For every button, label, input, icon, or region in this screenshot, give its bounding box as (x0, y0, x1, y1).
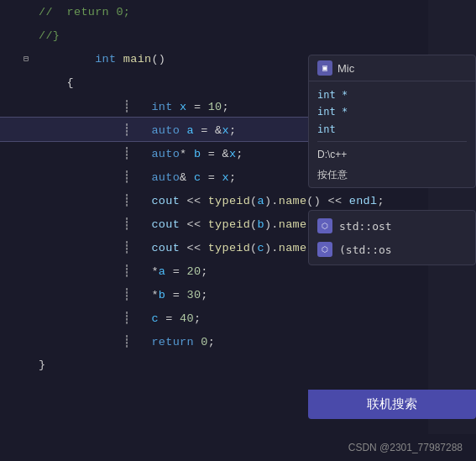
popup-line-2: int * (317, 103, 467, 120)
footer: CSDN @2301_77987288 (0, 434, 476, 461)
fold-icon[interactable]: ⊟ (24, 54, 29, 64)
code-text: // return 0; (32, 6, 130, 18)
popup-panel: ▣ Mic int * int * int D:\c++ 按任意 (308, 55, 476, 188)
popup-header: ▣ Mic (309, 55, 475, 81)
popup-divider (317, 141, 467, 142)
popup-icon-symbol: ▣ (322, 63, 327, 73)
popup-path: D:\c++ (317, 147, 467, 162)
autocomplete-text-1: std::ost (339, 220, 392, 233)
search-button[interactable]: 联机搜索 (308, 390, 476, 419)
code-line: // return 0; (0, 0, 428, 24)
code-line: } (0, 353, 428, 376)
autocomplete-text-2: (std::os (339, 244, 392, 256)
popup-title: Mic (337, 62, 354, 75)
popup-body: int * int * int D:\c++ 按任意 (309, 81, 475, 187)
autocomplete-panel: ⬡ std::ost ⬡ (std::os (308, 210, 476, 265)
gutter: ⊟ (0, 54, 32, 64)
code-editor: // return 0; //} ⊟ int main() { ┊ int (0, 0, 476, 461)
code-line: ┊ return 0; (0, 329, 428, 353)
autocomplete-item-1[interactable]: ⬡ std::ost (309, 214, 475, 238)
search-button-label: 联机搜索 (367, 396, 417, 411)
popup-line-3: int (317, 121, 467, 138)
autocomplete-icon: ⬡ (317, 218, 332, 233)
popup-line-1: int * (317, 86, 467, 103)
autocomplete-icon-2: ⬡ (317, 242, 332, 257)
popup-icon: ▣ (317, 60, 332, 76)
autocomplete-item-2[interactable]: ⬡ (std::os (309, 238, 475, 261)
footer-text: CSDN @2301_77987288 (348, 442, 463, 453)
code-text: } (32, 359, 45, 371)
popup-press: 按任意 (317, 167, 467, 182)
